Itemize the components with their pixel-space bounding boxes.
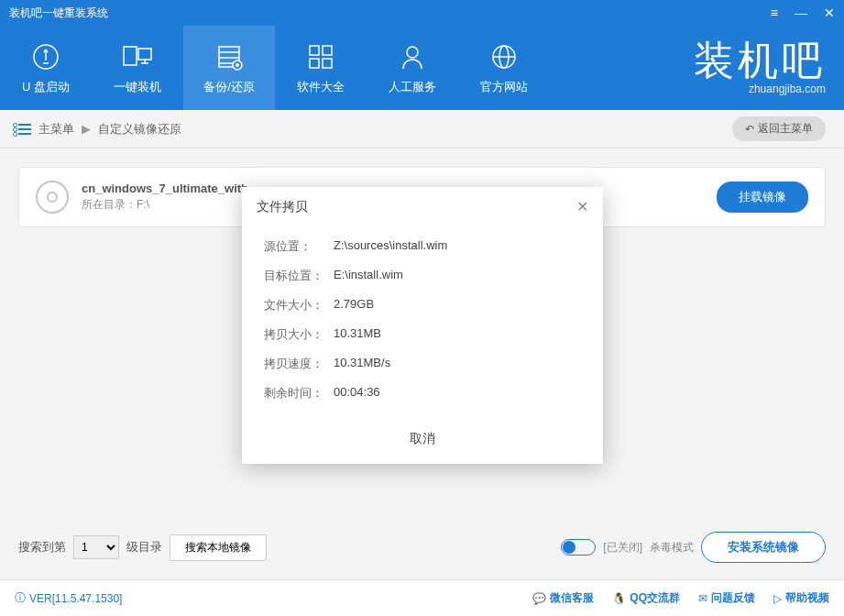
backup-icon <box>215 40 243 73</box>
svg-rect-5 <box>310 46 319 55</box>
antivirus-toggle-group: [已关闭] 杀毒模式 <box>561 539 694 556</box>
info-icon: ⓘ <box>15 590 26 606</box>
nav-one-click[interactable]: 一键装机 <box>92 26 183 110</box>
qq-group-link[interactable]: 🐧QQ交流群 <box>612 590 680 606</box>
statusbar: ⓘ VER[11.5.47.1530] 💬微信客服 🐧QQ交流群 ✉问题反馈 ▷… <box>0 579 844 616</box>
nav-label: 备份/还原 <box>203 79 255 95</box>
breadcrumb-root[interactable]: 主菜单 <box>38 121 74 138</box>
nav-backup-restore[interactable]: 备份/还原 <box>183 26 275 110</box>
dialog-footer: 取消 <box>242 417 603 464</box>
feedback-link[interactable]: ✉问题反馈 <box>698 590 755 606</box>
logo-url: zhuangjiba.com <box>749 82 826 95</box>
back-button[interactable]: ↶ 返回主菜单 <box>732 116 826 141</box>
antivirus-toggle[interactable] <box>561 539 596 556</box>
svg-rect-7 <box>310 59 319 68</box>
dialog-header: 文件拷贝 ✕ <box>242 187 603 226</box>
nav-support[interactable]: 人工服务 <box>367 26 458 110</box>
svg-rect-8 <box>323 59 332 68</box>
dialog-title: 文件拷贝 <box>257 199 308 215</box>
titlebar: 装机吧一键重装系统 ≡ — ✕ <box>0 0 844 26</box>
disc-icon <box>36 181 69 214</box>
breadcrumb-current: 自定义镜像还原 <box>98 121 181 138</box>
nav-label: 官方网站 <box>480 79 528 95</box>
nav-website[interactable]: 官方网站 <box>458 26 550 110</box>
svg-rect-2 <box>138 49 151 60</box>
svg-rect-6 <box>323 46 332 55</box>
level-select[interactable]: 1 <box>73 535 119 559</box>
version-info[interactable]: ⓘ VER[11.5.47.1530] <box>15 590 122 606</box>
filesize-row: 文件大小：2.79GB <box>264 291 581 320</box>
nav-label: 软件大全 <box>297 79 345 95</box>
speed-row: 拷贝速度：10.31MB/s <box>264 349 581 379</box>
dialog-body: 源位置：Z:\sources\install.wim 目标位置：E:\insta… <box>242 226 603 417</box>
nav-label: 人工服务 <box>389 79 436 95</box>
undo-icon: ↶ <box>745 123 754 136</box>
app-title: 装机吧一键重装系统 <box>9 6 108 21</box>
nav-usb-boot[interactable]: U 盘启动 <box>0 26 92 110</box>
toggle-status: [已关闭] <box>603 540 642 556</box>
dialog-close-icon[interactable]: ✕ <box>576 198 588 215</box>
copied-row: 拷贝大小：10.31MB <box>264 320 581 349</box>
remaining-row: 剩余时间：00:04:36 <box>264 379 581 408</box>
bottom-toolbar: 搜索到第 1 级目录 搜索本地镜像 [已关闭] 杀毒模式 安装系统镜像 <box>18 532 826 563</box>
target-row: 目标位置：E:\install.wim <box>264 261 581 291</box>
globe-icon <box>490 40 518 73</box>
close-icon[interactable]: ✕ <box>824 6 835 20</box>
mount-image-button[interactable]: 挂载镜像 <box>717 182 808 213</box>
computer-icon <box>122 40 153 73</box>
usb-icon <box>32 40 60 73</box>
main-nav: U 盘启动 一键装机 备份/还原 软件大全 人工服务 官方网站 装机吧 zhua… <box>0 26 844 110</box>
install-image-button[interactable]: 安装系统镜像 <box>701 532 826 563</box>
nav-label: U 盘启动 <box>22 79 70 95</box>
search-suffix-label: 级目录 <box>126 539 162 556</box>
chevron-right-icon: ▶ <box>82 122 91 136</box>
back-label: 返回主菜单 <box>758 121 813 137</box>
status-links: 💬微信客服 🐧QQ交流群 ✉问题反馈 ▷帮助视频 <box>532 590 829 606</box>
file-copy-dialog: 文件拷贝 ✕ 源位置：Z:\sources\install.wim 目标位置：E… <box>242 187 603 464</box>
menu-icon[interactable]: ≡ <box>771 6 778 20</box>
source-row: 源位置：Z:\sources\install.wim <box>264 232 581 261</box>
support-icon <box>400 40 425 73</box>
wechat-support-link[interactable]: 💬微信客服 <box>532 590 594 606</box>
toggle-label: 杀毒模式 <box>650 540 694 556</box>
list-icon <box>18 124 31 135</box>
apps-icon <box>308 40 334 73</box>
breadcrumb: 主菜单 ▶ 自定义镜像还原 ↶ 返回主菜单 <box>0 110 844 148</box>
search-prefix-label: 搜索到第 <box>18 539 66 556</box>
help-video-link[interactable]: ▷帮助视频 <box>773 590 829 606</box>
window-controls: ≡ — ✕ <box>771 6 835 20</box>
svg-rect-1 <box>124 47 137 65</box>
minimize-icon[interactable]: — <box>795 6 807 20</box>
svg-point-9 <box>407 47 418 58</box>
nav-label: 一键装机 <box>114 79 161 95</box>
nav-software[interactable]: 软件大全 <box>275 26 367 110</box>
search-local-button[interactable]: 搜索本地镜像 <box>170 534 267 561</box>
brand-logo: 装机吧 zhuangjiba.com <box>694 26 844 110</box>
logo-text: 装机吧 <box>694 40 826 81</box>
cancel-button[interactable]: 取消 <box>410 431 435 447</box>
